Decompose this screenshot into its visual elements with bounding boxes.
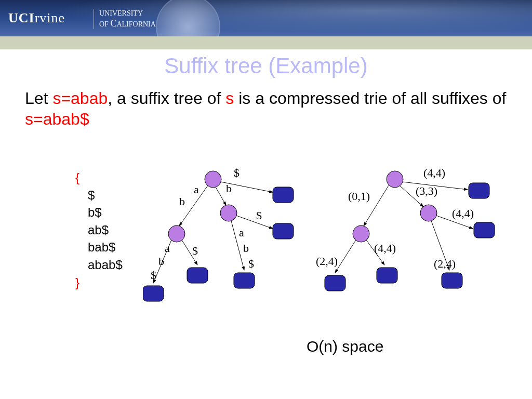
svg-text:$: $ (234, 166, 240, 179)
tree-node-leaf (474, 222, 495, 238)
svg-text:(3,3): (3,3) (416, 184, 437, 197)
svg-text:b: b (243, 242, 249, 255)
svg-text:(0,1): (0,1) (348, 190, 370, 203)
tree-node-leaf (273, 223, 294, 239)
svg-text:$: $ (192, 244, 198, 257)
suffix-item: bab$ (88, 238, 123, 256)
tree-node-internal (220, 205, 237, 221)
tree-node-leaf (273, 187, 294, 203)
svg-text:(4,4): (4,4) (423, 166, 445, 179)
tree-node-leaf (442, 273, 462, 288)
tree-node-internal (420, 205, 437, 221)
suffix-item: ab$ (88, 221, 123, 239)
header-banner: UCIUCIrvinervine UNIVERSITY OF CALIFORNI… (0, 0, 532, 36)
slide-body-text: Let s=abab, a suffix tree of s is a comp… (25, 88, 511, 129)
tree-node-leaf (469, 183, 489, 198)
tree-node-leaf (143, 286, 164, 301)
header-bar (0, 36, 532, 49)
logo-main: UCIUCIrvinervine (8, 10, 65, 26)
list-open-brace: { (75, 169, 123, 187)
svg-text:(4,4): (4,4) (452, 207, 474, 220)
footnote: O(n) space (307, 338, 383, 355)
tree-node-leaf (234, 273, 255, 288)
svg-text:a: a (165, 242, 170, 255)
suffix-tree-pairs: (4,4) (0,1) (3,3) (4,4) (2,4) (2,4) (4,4… (307, 161, 499, 317)
tree-node-internal (205, 171, 221, 188)
svg-text:a: a (194, 183, 199, 196)
tree-node-leaf (187, 268, 208, 283)
suffix-list: { $ b$ ab$ bab$ abab$ } (75, 169, 123, 291)
tree-node-leaf (377, 268, 397, 283)
svg-line-5 (216, 187, 226, 205)
svg-text:b: b (158, 255, 164, 268)
svg-text:b: b (226, 182, 232, 195)
suffix-tree-labeled: $ a b b $ a b $ a b $ $ (143, 161, 309, 317)
logo-subtitle: UNIVERSITY OF CALIFORNIA (94, 9, 156, 29)
tree-node-leaf (325, 275, 345, 291)
tree-node-internal (387, 171, 403, 188)
svg-text:$: $ (151, 269, 156, 282)
svg-text:$: $ (256, 209, 262, 222)
list-close-brace: } (75, 274, 123, 291)
seal-graphic (156, 0, 220, 36)
suffix-item: b$ (88, 204, 123, 221)
tree-node-internal (353, 225, 369, 242)
svg-text:b: b (179, 195, 185, 208)
svg-line-29 (335, 240, 356, 273)
suffix-item: $ (88, 187, 123, 204)
svg-text:$: $ (248, 257, 254, 270)
tree-node-internal (168, 225, 185, 242)
svg-text:(2,4): (2,4) (316, 255, 338, 268)
suffix-item: abab$ (88, 256, 123, 274)
svg-text:(2,4): (2,4) (434, 257, 456, 270)
svg-text:a: a (239, 226, 244, 239)
svg-text:(4,4): (4,4) (374, 242, 396, 255)
slide-title: Suffix tree (Example) (0, 54, 532, 78)
